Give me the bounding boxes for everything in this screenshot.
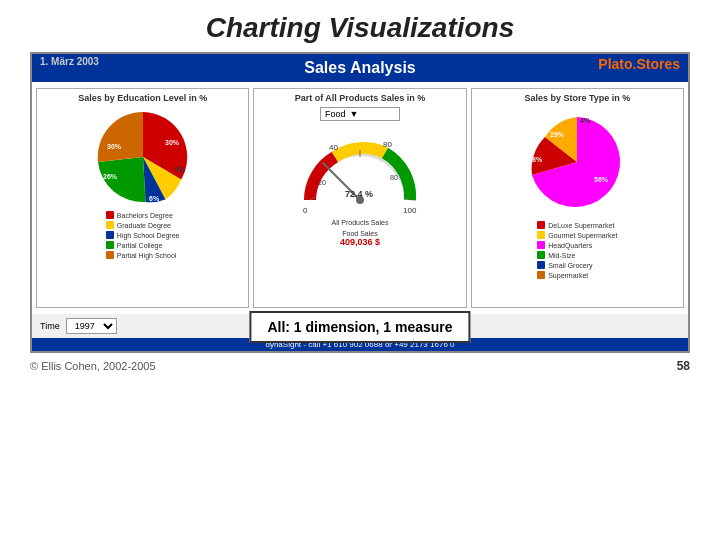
legend-label: Supermarket [548,272,588,279]
legend-label: DeLuxe Supermarket [548,222,614,229]
slide-wrapper: 1. März 2003 Sales Analysis Plato.Stores… [0,52,720,353]
legend-label: Partial College [117,242,163,249]
legend-dot [106,211,114,219]
charts-row: Sales by Education Level in % [32,82,688,314]
pie1-legend: Bachelors Degree Graduate Degree High Sc… [106,211,180,261]
slide-container: 1. März 2003 Sales Analysis Plato.Stores… [30,52,690,353]
legend-dot [106,221,114,229]
chart2-title: Part of All Products Sales in % [258,93,461,103]
time-label: Time [40,321,60,331]
legend-label: High School Degree [117,232,180,239]
pie1-label1: 30% [165,139,180,146]
legend-dot [537,261,545,269]
page-title: Charting Visualizations [0,0,720,52]
svg-text:80: 80 [383,140,392,149]
legend-item: Partial High School [106,251,180,259]
legend-dot [537,231,545,239]
legend-label: Bachelors Degree [117,212,173,219]
dropdown-icon: ▼ [350,109,359,119]
svg-text:29%: 29% [550,131,565,138]
legend-label: HeadQuarters [548,242,592,249]
svg-text:0: 0 [303,206,308,215]
pie1-svg: 30% 9% 6% 26% 30% [93,107,193,207]
pie1-label5: 30% [107,143,122,150]
gauge-container: Food ▼ [258,107,461,247]
svg-text:20: 20 [318,179,326,186]
slide-header: 1. März 2003 Sales Analysis Plato.Stores [32,54,688,82]
legend-item: Gourmet Supermarket [537,231,617,239]
pie1-label2: 9% [175,166,186,173]
legend-item: Mid-Size [537,251,617,259]
legend-dot [537,241,545,249]
food-sales-value: 409,036 $ [340,237,380,247]
food-selector[interactable]: Food ▼ [320,107,400,121]
pie3-svg: 56% 8% 29% 4% [522,107,632,217]
pie1-label4: 26% [103,173,118,180]
svg-text:80: 80 [390,174,398,181]
date-label: 1. März 2003 [40,56,99,67]
plato-logo: Plato.Stores [598,56,680,72]
slide-title: Sales Analysis [304,59,415,76]
footer-copyright: © Ellis Cohen, 2002-2005 [30,360,156,372]
footer-page: 58 [677,359,690,373]
footer-row: © Ellis Cohen, 2002-2005 58 [0,353,720,379]
legend-label: Mid-Size [548,252,575,259]
svg-text:100: 100 [403,206,417,215]
pie1-container: 30% 9% 6% 26% 30% Bachelors Degree [41,107,244,261]
pie3-legend: DeLuxe Supermarket Gourmet Supermarket H… [537,221,617,281]
legend-dot [106,241,114,249]
chart1-panel: Sales by Education Level in % [36,88,249,308]
svg-text:72.4 %: 72.4 % [345,189,373,199]
legend-label: Gourmet Supermarket [548,232,617,239]
chart3-title: Sales by Store Type in % [476,93,679,103]
food-label: Food [325,109,346,119]
chart3-panel: Sales by Store Type in % 56% 8% [471,88,684,308]
pie3-container: 56% 8% 29% 4% DeLuxe Supermarket Gourmet… [476,107,679,281]
svg-text:8%: 8% [532,156,543,163]
legend-dot [537,271,545,279]
legend-item: Small Grocery [537,261,617,269]
legend-dot [106,231,114,239]
legend-item: High School Degree [106,231,180,239]
year-select[interactable]: 1997 [66,318,117,334]
legend-item: Bachelors Degree [106,211,180,219]
svg-text:56%: 56% [594,176,609,183]
legend-label: Graduate Degree [117,222,171,229]
svg-text:40: 40 [329,143,338,152]
legend-item: Supermarket [537,271,617,279]
overlay-badge: All: 1 dimension, 1 measure [249,311,470,343]
svg-text:4%: 4% [580,117,591,124]
chart-sub-label1: All Products Sales [332,219,389,226]
legend-item: Partial College [106,241,180,249]
legend-label: Partial High School [117,252,177,259]
legend-item: Graduate Degree [106,221,180,229]
legend-item: HeadQuarters [537,241,617,249]
legend-dot [537,251,545,259]
legend-dot [106,251,114,259]
pie1-label3: 6% [149,195,160,202]
chart2-panel: Part of All Products Sales in % Food ▼ [253,88,466,308]
legend-item: DeLuxe Supermarket [537,221,617,229]
legend-dot [537,221,545,229]
chart-sub-label2: Food Sales [342,230,377,237]
legend-label: Small Grocery [548,262,592,269]
pie1-seg5 [97,112,142,162]
gauge-svg: 0 40 80 100 20 80 72.4 % [295,125,425,215]
chart1-title: Sales by Education Level in % [41,93,244,103]
